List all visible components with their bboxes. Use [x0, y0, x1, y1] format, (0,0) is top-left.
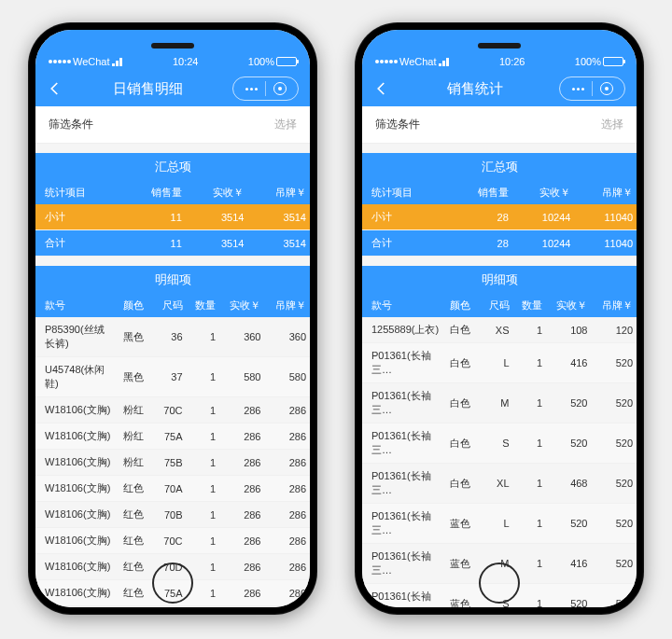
table-header-row: 款号颜色尺码数量实收￥吊牌￥	[362, 294, 637, 317]
cell-qty: 1	[187, 317, 219, 357]
table-row[interactable]: W18106(文胸) 粉红 75A 1 286 286	[35, 424, 310, 450]
col-header: 颜色	[118, 294, 153, 317]
cell-sku: W18106(文胸)	[35, 397, 118, 424]
table-row[interactable]: P01361(长袖三… 白色 M 1 520 520	[362, 383, 637, 424]
back-button[interactable]	[373, 80, 390, 97]
cell-color: 白色	[444, 383, 480, 424]
cell-color: 粉红	[118, 424, 153, 450]
cell-tag: 11040	[574, 230, 637, 257]
table-row[interactable]: 1255889(上衣) 白色 XS 1 108 120	[362, 317, 637, 343]
cell-tag: 120	[591, 317, 637, 343]
more-button[interactable]	[567, 88, 588, 90]
cell-color: 白色	[444, 317, 480, 343]
cell-sku: W18106(文胸)	[35, 424, 118, 450]
cell-qty: 1	[513, 544, 546, 584]
filter-select[interactable]: 选择	[601, 117, 623, 132]
cell-tag: 286	[264, 528, 310, 554]
table-row[interactable]: W18106(文胸) 红色 70C 1 286 286	[35, 528, 310, 554]
phone-frame: WeChat 10:24 100% 日销售明细 筛选条件 选择汇总项统计项目销售…	[28, 22, 317, 615]
cell-qty: 1	[187, 554, 219, 580]
cell-rcv: 286	[219, 580, 264, 606]
divider	[592, 81, 593, 96]
col-header: 实收￥	[219, 294, 264, 317]
col-header: 尺码	[480, 294, 512, 317]
summary-row: 小计 28 10244 11040	[362, 204, 637, 230]
battery-pct: 100%	[575, 56, 601, 67]
cell-qty: 1	[187, 528, 219, 554]
cell-rcv: 10244	[512, 204, 575, 230]
cell-sku: P85390(丝绒长裤)	[35, 317, 118, 357]
status-bar: WeChat 10:26 100%	[362, 30, 637, 71]
table-row[interactable]: P01361(长袖三… 蓝色 M 1 416 520	[362, 544, 637, 584]
cell-rcv: 286	[219, 606, 264, 608]
cell-qty: 1	[513, 464, 546, 504]
signal-dots-icon	[375, 60, 398, 63]
table-row[interactable]: P01361(长袖三… 蓝色 L 1 520 520	[362, 504, 637, 544]
table-row[interactable]: W18106(文胸) 红色 70B 1 286 286	[35, 502, 310, 528]
nav-bar: 销售统计	[362, 71, 637, 106]
table-header-row: 款号颜色尺码数量实收￥吊牌￥	[35, 294, 310, 317]
col-header: 实收￥	[512, 181, 575, 204]
table-row[interactable]: P01361(长袖三… 白色 XL 1 468 520	[362, 464, 637, 504]
cell-sku: P01361(长袖三…	[362, 424, 444, 464]
table-row[interactable]: W18106(文胸) 粉红 75B 1 286 286	[35, 450, 310, 476]
cell-sku: W18106(文胸)	[35, 476, 118, 502]
cell-size: 36	[153, 317, 186, 357]
cell-size: 70A	[153, 476, 186, 502]
close-miniapp-button[interactable]	[270, 82, 290, 95]
cell-color: 红色	[118, 606, 153, 608]
table-row[interactable]: W18106(文胸) 红色 70D 1 286 286	[35, 554, 310, 580]
cell-rcv: 286	[219, 450, 264, 476]
cell-tag: 360	[264, 317, 310, 357]
summary-row: 合计 28 10244 11040	[362, 230, 637, 257]
cell-rcv: 286	[219, 424, 264, 450]
cell-color: 蓝色	[444, 504, 480, 544]
table-row[interactable]: P01361(长袖三… 白色 L 1 416 520	[362, 343, 637, 383]
cell-color: 白色	[444, 343, 480, 383]
col-header: 颜色	[444, 294, 480, 317]
cell-sku: W18106(文胸)	[35, 554, 118, 580]
more-button[interactable]	[241, 88, 261, 90]
content-scroll[interactable]: 筛选条件 选择汇总项统计项目销售量实收￥吊牌￥ 小计 11 3514 3514 …	[35, 106, 310, 607]
table-row[interactable]: P85390(丝绒长裤) 黑色 36 1 360 360	[35, 317, 310, 357]
cell-qty: 1	[187, 357, 219, 397]
table-header-row: 统计项目销售量实收￥吊牌￥	[362, 181, 637, 204]
page-title: 销售统计	[390, 80, 559, 98]
col-header: 统计项目	[35, 181, 123, 204]
table-row[interactable]: P01361(长袖三… 白色 S 1 520 520	[362, 424, 637, 464]
table-row[interactable]: P01361(长袖三… 蓝色 S 1 520 520	[362, 584, 637, 608]
table-row[interactable]: W18106(文胸) 红色 75A 1 286 286	[35, 580, 310, 606]
cell-rcv: 286	[219, 554, 264, 580]
cell-size: 75A	[153, 580, 186, 606]
back-button[interactable]	[47, 80, 63, 97]
cell-sku: W18106(文胸)	[35, 502, 118, 528]
cell-size: 75B	[153, 606, 186, 608]
status-bar: WeChat 10:24 100%	[35, 30, 310, 71]
cell-label: 合计	[35, 230, 123, 257]
close-miniapp-button[interactable]	[596, 82, 617, 95]
table-row[interactable]: U45748(休闲鞋) 黑色 37 1 580 580	[35, 357, 310, 397]
cell-color: 红色	[118, 528, 153, 554]
cell-sku: P01361(长袖三…	[362, 584, 444, 608]
cell-color: 白色	[444, 424, 480, 464]
filter-select[interactable]: 选择	[274, 117, 297, 132]
filter-row[interactable]: 筛选条件 选择	[362, 106, 637, 144]
table-row[interactable]: W18106(文胸) 红色 70A 1 286 286	[35, 476, 310, 502]
content-scroll[interactable]: 筛选条件 选择汇总项统计项目销售量实收￥吊牌￥ 小计 28 10244 1104…	[362, 106, 637, 607]
battery-icon	[603, 57, 623, 66]
filter-row[interactable]: 筛选条件 选择	[35, 106, 310, 144]
cell-size: 70C	[153, 528, 186, 554]
cell-tag: 286	[264, 606, 310, 608]
cell-sku: P01361(长袖三…	[362, 544, 444, 584]
cell-rcv: 286	[219, 397, 264, 424]
col-header: 销售量	[450, 181, 512, 204]
table-row[interactable]: W18106(文胸) 红色 75B 1 286 286	[35, 606, 310, 608]
cell-tag: 286	[264, 580, 310, 606]
carrier-label: WeChat	[73, 56, 110, 67]
cell-label: 小计	[35, 204, 123, 230]
table-row[interactable]: W18106(文胸) 粉红 70C 1 286 286	[35, 397, 310, 424]
cell-qty: 1	[513, 504, 546, 544]
cell-rcv: 3514	[186, 204, 248, 230]
summary-table: 统计项目销售量实收￥吊牌￥ 小计 11 3514 3514 合计 11 3514…	[35, 181, 310, 257]
filter-label: 筛选条件	[375, 117, 420, 132]
